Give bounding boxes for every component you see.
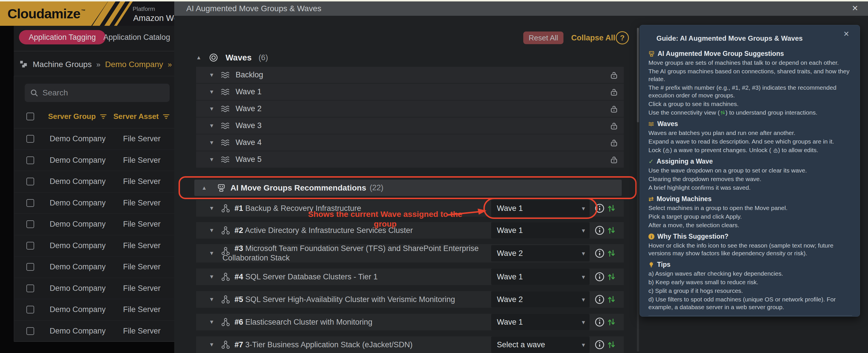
connectivity-icon[interactable]: [607, 272, 616, 281]
select-all-checkbox[interactable]: [26, 113, 34, 120]
table-row[interactable]: Demo CompanyFile Server: [14, 256, 174, 278]
info-icon[interactable]: [595, 272, 604, 282]
unlock-icon[interactable]: [610, 71, 618, 79]
table-row[interactable]: Demo CompanyFile Server: [14, 171, 174, 192]
unlock-icon[interactable]: [610, 105, 618, 113]
group-row-6[interactable]: ▼ #6 Elasticsearch Cluster with Monitori…: [196, 314, 624, 330]
scrollbar-thumb[interactable]: [637, 28, 639, 122]
tab-application-catalog[interactable]: Application Catalog: [103, 30, 170, 44]
expand-caret-icon[interactable]: ▼: [209, 122, 214, 129]
row-checkbox[interactable]: [26, 327, 34, 335]
table-row[interactable]: Demo CompanyFile Server: [14, 128, 174, 150]
wave-row-1[interactable]: ▼ Wave 1: [196, 84, 624, 100]
table-row[interactable]: Demo CompanyFile Server: [14, 192, 174, 214]
expand-caret-icon[interactable]: ▼: [209, 250, 214, 256]
help-icon[interactable]: ?: [616, 31, 629, 44]
table-row[interactable]: Demo CompanyFile Server: [14, 321, 174, 342]
info-icon[interactable]: [595, 204, 604, 213]
waves-section-header[interactable]: ▲ Waves (6): [196, 49, 268, 66]
wave-select-dropdown[interactable]: Wave 2 ▾: [491, 245, 590, 261]
wave-select-dropdown[interactable]: Wave 1 ▾: [491, 269, 590, 285]
table-row[interactable]: Demo CompanyFile Server: [14, 278, 174, 299]
info-icon: i: [648, 234, 654, 240]
wave-select-dropdown[interactable]: Wave 1 ▾: [491, 222, 590, 239]
row-checkbox[interactable]: [26, 135, 34, 143]
group-row-5[interactable]: ▼ #5 SQL Server High-Availability Cluste…: [196, 291, 624, 308]
connectivity-icon[interactable]: [607, 295, 616, 304]
expand-caret-icon[interactable]: ▼: [209, 156, 214, 163]
expand-caret-icon[interactable]: ▼: [209, 319, 214, 325]
column-header-server-group[interactable]: Server Group: [48, 112, 96, 121]
row-checkbox[interactable]: [26, 242, 34, 250]
info-icon[interactable]: [595, 225, 604, 235]
info-icon[interactable]: [595, 248, 604, 258]
row-checkbox[interactable]: [26, 199, 34, 207]
wave-row-5[interactable]: ▼ Wave 5: [196, 151, 624, 168]
expand-caret-icon[interactable]: ▼: [209, 72, 214, 78]
expand-caret-icon[interactable]: ▼: [209, 140, 214, 146]
connectivity-icon[interactable]: [607, 317, 616, 327]
collapse-caret-icon[interactable]: ▲: [196, 55, 202, 61]
close-icon[interactable]: ✕: [851, 4, 858, 13]
filter-icon[interactable]: [99, 113, 107, 120]
wave-select-dropdown[interactable]: Wave 1 ▾: [491, 314, 590, 330]
info-icon[interactable]: [595, 294, 604, 304]
connectivity-icon[interactable]: [607, 226, 616, 235]
expand-caret-icon[interactable]: ▼: [209, 296, 214, 303]
filter-icon[interactable]: [162, 113, 170, 120]
unlock-icon[interactable]: [610, 121, 618, 130]
connectivity-icon[interactable]: [607, 340, 616, 349]
group-row-3[interactable]: ▼ #3 Microsoft Team Foundation Server (T…: [196, 244, 624, 262]
expand-caret-icon[interactable]: ▼: [209, 205, 214, 211]
row-checkbox[interactable]: [26, 178, 34, 185]
unlock-icon[interactable]: [610, 155, 618, 164]
collapse-all-button[interactable]: Collapse All: [571, 32, 615, 44]
row-checkbox[interactable]: [26, 263, 34, 271]
search-input[interactable]: [42, 88, 152, 97]
wave-select-dropdown[interactable]: Select a wave ▾: [491, 337, 590, 353]
row-checkbox[interactable]: [26, 306, 34, 313]
table-row[interactable]: Demo CompanyFile Server: [14, 150, 174, 171]
group-row-2[interactable]: ▼ #2 Active Directory & Infrastructure S…: [196, 222, 624, 239]
unlock-icon[interactable]: [610, 138, 618, 147]
expand-caret-icon[interactable]: ▼: [209, 274, 214, 280]
group-row-1[interactable]: ▼ #1 Backup & Recovery Infrastructure Wa…: [196, 200, 624, 217]
unlock-icon[interactable]: [610, 88, 618, 96]
table-row[interactable]: Demo CompanyFile Server: [14, 235, 174, 257]
wave-row-4[interactable]: ▼ Wave 4: [196, 134, 624, 151]
connectivity-icon[interactable]: [607, 249, 616, 258]
wave-select-dropdown[interactable]: Wave 1 ▾: [491, 200, 590, 217]
brand-logo[interactable]: Cloudamize™: [7, 1, 85, 26]
wave-select-dropdown[interactable]: Wave 2 ▾: [491, 291, 590, 308]
connectivity-icon[interactable]: [607, 204, 616, 213]
group-row-7[interactable]: ▼ #7 3-Tier Business Application Stack (…: [196, 337, 624, 353]
wave-row-3[interactable]: ▼ Wave 3: [196, 117, 624, 134]
table-row[interactable]: Demo CompanyFile Server: [14, 214, 174, 235]
column-header-server-asset[interactable]: Server Asset: [113, 112, 159, 121]
info-icon[interactable]: [595, 340, 604, 350]
expand-caret-icon[interactable]: ▼: [209, 342, 214, 348]
ai-move-groups-header[interactable]: ▲ AI Move Groups Recommendations (22): [194, 180, 622, 196]
chevron-down-icon: ▾: [582, 273, 585, 281]
wave-row-backlog[interactable]: ▼ Backlog: [196, 67, 624, 83]
expand-caret-icon[interactable]: ▼: [209, 89, 214, 95]
row-checkbox[interactable]: [26, 285, 34, 292]
table-row[interactable]: Demo CompanyFile Server: [14, 299, 174, 321]
row-checkbox[interactable]: [26, 156, 34, 164]
info-icon[interactable]: [595, 317, 604, 327]
row-checkbox[interactable]: [26, 220, 34, 228]
server-asset-cell: File Server: [109, 177, 174, 186]
tab-application-tagging[interactable]: Application Tagging: [19, 30, 105, 44]
breadcrumb-demo-company[interactable]: Demo Company: [105, 60, 163, 69]
expand-caret-icon[interactable]: ▼: [209, 227, 214, 234]
app-background: Cloudamize™ Platform Amazon We Applicati…: [0, 0, 174, 353]
close-icon[interactable]: ✕: [843, 30, 849, 38]
collapse-caret-icon[interactable]: ▲: [202, 185, 207, 191]
group-row-4[interactable]: ▼ #4 SQL Server Database Clusters - Tier…: [196, 269, 624, 285]
app-body: Application Tagging Application Catalog …: [14, 26, 174, 342]
guide-line: Use the connectivity view () to understa…: [648, 109, 852, 116]
reset-all-button[interactable]: Reset All: [523, 32, 563, 44]
wave-row-2[interactable]: ▼ Wave 2: [196, 101, 624, 117]
breadcrumb-machine-groups[interactable]: Machine Groups: [33, 60, 92, 69]
expand-caret-icon[interactable]: ▼: [209, 106, 214, 112]
